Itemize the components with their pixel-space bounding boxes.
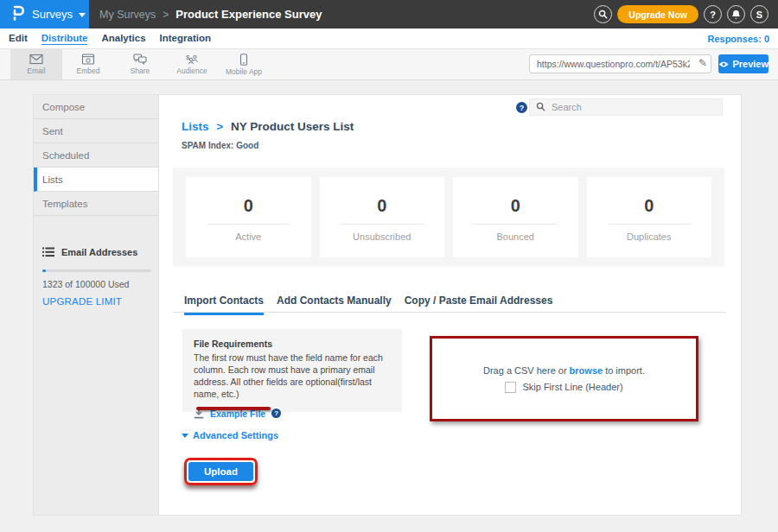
avatar[interactable]: S bbox=[750, 5, 768, 23]
survey-url-field: ✎ bbox=[529, 54, 711, 73]
advanced-settings-label: Advanced Settings bbox=[193, 430, 278, 440]
upgrade-limit-link[interactable]: UPGRADE LIMIT bbox=[42, 296, 151, 307]
stat-card-unsubscribed: 0 Unsubscribed bbox=[320, 177, 445, 257]
example-file-help-icon[interactable]: ? bbox=[271, 408, 281, 418]
upload-button[interactable]: Upload bbox=[188, 462, 253, 481]
stat-card-duplicates: 0 Duplicates bbox=[587, 177, 712, 257]
channel-audience[interactable]: $ Audience bbox=[166, 49, 218, 79]
usage-text: 1323 of 100000 Used bbox=[42, 279, 151, 289]
survey-nav: Edit Distribute Analytics Integration Re… bbox=[0, 28, 778, 49]
app-menu-label: Surveys bbox=[32, 8, 73, 21]
stat-card-active: 0 Active bbox=[186, 177, 311, 257]
usage-progress-bar bbox=[42, 269, 151, 272]
breadcrumb-separator: > bbox=[216, 120, 223, 133]
mobile-app-icon bbox=[237, 54, 251, 66]
preview-button[interactable]: Preview bbox=[718, 54, 768, 73]
annotation-underline bbox=[196, 407, 271, 410]
file-requirements-box: File Requirements The first row must hav… bbox=[182, 329, 402, 412]
dropzone-text: Drag a CSV here orbrowseto import. bbox=[483, 365, 645, 376]
caret-down-icon bbox=[182, 434, 188, 438]
file-requirements-title: File Requirements bbox=[194, 339, 391, 349]
share-icon bbox=[133, 54, 147, 65]
list-help-icon[interactable]: ? bbox=[516, 102, 527, 113]
nav-edit[interactable]: Edit bbox=[9, 33, 28, 44]
email-sidebar: Compose Sent Scheduled Lists Templates E… bbox=[34, 95, 159, 515]
email-addresses-section: Email Addresses 1323 of 100000 Used UPGR… bbox=[42, 247, 151, 307]
email-icon bbox=[29, 54, 43, 65]
search-input[interactable] bbox=[529, 98, 723, 116]
sidebar-item-templates[interactable]: Templates bbox=[34, 192, 158, 216]
notifications-button[interactable] bbox=[727, 5, 745, 23]
topbar-actions: Upgrade Now ? S bbox=[594, 5, 768, 23]
spam-index: SPAM Index: Good bbox=[182, 141, 258, 150]
sidebar-item-sent[interactable]: Sent bbox=[34, 119, 158, 143]
list-search bbox=[529, 98, 723, 116]
channel-mobile-app[interactable]: Mobile App bbox=[218, 49, 270, 79]
usage-progress-fill bbox=[42, 269, 46, 272]
list-icon bbox=[42, 247, 54, 257]
distribute-toolbar: Email Embed Share bbox=[0, 49, 778, 80]
bell-icon bbox=[731, 10, 741, 20]
upgrade-now-button[interactable]: Upgrade Now bbox=[617, 5, 698, 23]
stat-card-bounced: 0 Bounced bbox=[453, 177, 578, 257]
questionpro-app: Surveys My Surveys > Product Experience … bbox=[0, 0, 778, 532]
survey-url-input[interactable] bbox=[529, 54, 711, 73]
breadcrumb: My Surveys > Product Experience Survey bbox=[99, 0, 322, 28]
eye-icon bbox=[718, 60, 729, 68]
annotation-upload-highlight: Upload bbox=[184, 458, 258, 485]
survey-title: Product Experience Survey bbox=[175, 8, 322, 21]
list-stats: 0 Active 0 Unsubscribed 0 Bounced 0 Dupl… bbox=[173, 168, 724, 267]
search-icon bbox=[536, 102, 545, 111]
skip-first-line-checkbox[interactable] bbox=[505, 382, 516, 393]
csv-dropzone[interactable]: Drag a CSV here orbrowseto import. Skip … bbox=[430, 336, 698, 421]
list-breadcrumb: Lists > NY Product Users List bbox=[182, 120, 354, 133]
tabs-divider bbox=[173, 312, 726, 313]
search-icon bbox=[598, 10, 608, 19]
responses-count[interactable]: Responses: 0 bbox=[707, 28, 769, 49]
sidebar-item-compose[interactable]: Compose bbox=[34, 95, 158, 119]
chevron-down-icon bbox=[79, 13, 86, 17]
nav-analytics[interactable]: Analytics bbox=[101, 33, 145, 44]
channel-share[interactable]: Share bbox=[114, 49, 166, 79]
nav-distribute[interactable]: Distribute bbox=[41, 33, 88, 45]
search-button[interactable] bbox=[594, 5, 612, 23]
app-menu[interactable]: Surveys bbox=[0, 0, 89, 28]
skip-first-line-label: Skip First Line (Header) bbox=[522, 382, 622, 392]
breadcrumb-lists-link[interactable]: Lists bbox=[182, 120, 209, 133]
topbar: Surveys My Surveys > Product Experience … bbox=[0, 0, 778, 28]
nav-integration[interactable]: Integration bbox=[160, 33, 211, 44]
channel-email[interactable]: Email bbox=[10, 49, 62, 79]
edit-url-pencil-icon[interactable]: ✎ bbox=[698, 57, 707, 69]
breadcrumb-my-surveys[interactable]: My Surveys bbox=[99, 9, 156, 21]
email-lists-panel: Compose Sent Scheduled Lists Templates E… bbox=[33, 94, 742, 516]
sidebar-item-lists[interactable]: Lists bbox=[34, 168, 158, 192]
browse-link[interactable]: browse bbox=[570, 365, 603, 376]
embed-icon bbox=[81, 54, 95, 65]
help-button[interactable]: ? bbox=[704, 5, 722, 23]
channel-embed[interactable]: Embed bbox=[62, 49, 114, 79]
advanced-settings-toggle[interactable]: Advanced Settings bbox=[182, 430, 278, 440]
audience-icon: $ bbox=[185, 54, 200, 65]
file-requirements-body: The first row must have the field name f… bbox=[194, 352, 391, 401]
questionpro-logo-icon bbox=[11, 5, 25, 24]
email-addresses-title: Email Addresses bbox=[61, 247, 137, 257]
channel-tabs: Email Embed Share bbox=[10, 49, 270, 79]
preview-label: Preview bbox=[732, 59, 768, 69]
breadcrumb-separator: > bbox=[163, 9, 169, 21]
sidebar-item-scheduled[interactable]: Scheduled bbox=[34, 143, 158, 168]
list-name: NY Product Users List bbox=[231, 120, 354, 133]
skip-first-line-row: Skip First Line (Header) bbox=[505, 382, 622, 393]
